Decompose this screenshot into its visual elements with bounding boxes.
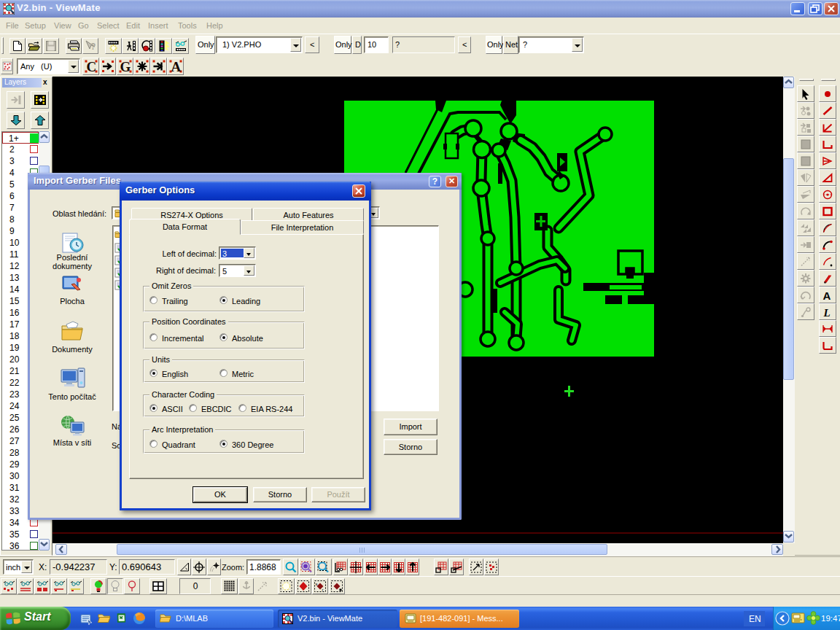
svg-text:A: A — [171, 60, 181, 74]
svg-text:C: C — [86, 60, 96, 74]
svg-text:A: A — [823, 289, 831, 300]
svg-text:s: s — [316, 582, 318, 586]
svg-text:?: ? — [90, 42, 96, 52]
svg-text:L: L — [823, 306, 831, 317]
svg-text:r: r — [322, 588, 324, 592]
svg-text:G: G — [120, 60, 131, 74]
